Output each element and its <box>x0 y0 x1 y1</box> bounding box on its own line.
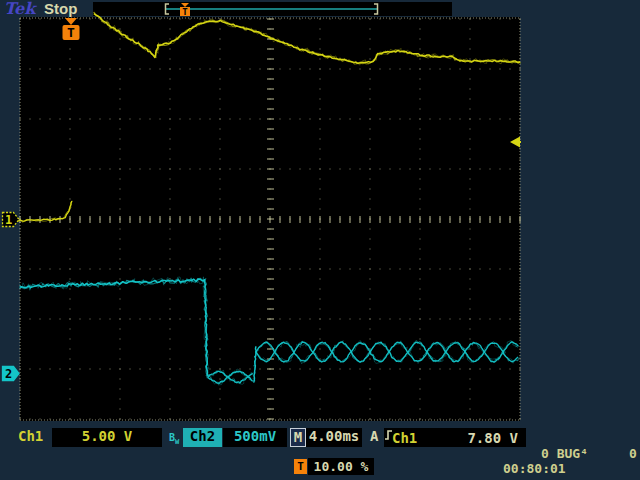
main-timebase-badge: M <box>290 428 306 447</box>
acquisition-count: 0 <box>629 446 637 461</box>
record-trigger-letter: T <box>182 7 188 17</box>
trigger-position-readout: 10.00 % <box>308 458 374 475</box>
clock-readout: 00:80:01 <box>503 461 566 476</box>
bw-icon-w: W <box>175 438 179 446</box>
trigger-position-icon: T <box>294 459 307 474</box>
ch2-position-marker: 2 <box>3 367 20 382</box>
svg-text:2: 2 <box>5 367 12 381</box>
bandwidth-limit-icon: BW <box>169 431 179 445</box>
tek-logo: Tek <box>4 0 35 18</box>
scope-display: TT12 <box>0 0 640 480</box>
acquisition-status: Stop <box>44 0 77 17</box>
trigger-level-readout: 7.80 V <box>467 430 518 446</box>
rising-edge-icon <box>384 428 395 442</box>
ch1-position-marker: 1 <box>3 213 20 228</box>
ch1-scale-readout: 5.00 V <box>52 428 162 447</box>
trigger-position-letter: T <box>67 25 75 40</box>
ch1-label: Ch1 <box>18 428 43 447</box>
ch2-label-badge: Ch2 <box>183 428 222 447</box>
trigger-source-label: Ch1 <box>392 430 417 446</box>
timebase-readout: 4.00ms <box>306 428 362 447</box>
ch2-scale-readout: 500mV <box>223 428 287 447</box>
svg-text:1: 1 <box>5 213 12 227</box>
acquisition-info: 0 BUG⁴ <box>541 446 588 461</box>
trigger-readout: Ch1 7.80 V <box>384 428 526 447</box>
trigger-mode-label: A <box>370 428 378 447</box>
oscilloscope-screen: TT12 Tek Stop Ch1 5.00 V BW Ch2 500mV M … <box>0 0 640 480</box>
